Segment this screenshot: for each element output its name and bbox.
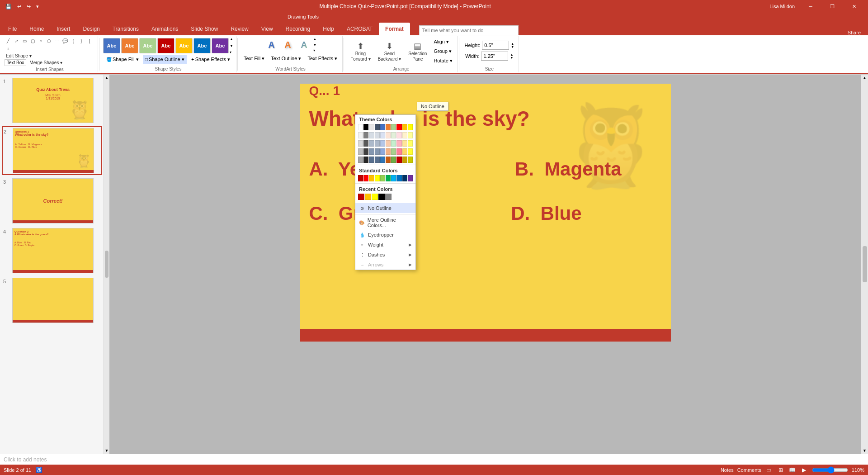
window-controls[interactable]: ─ ❐ ✕: [800, 0, 864, 13]
tc-r4-3[interactable]: [369, 148, 374, 155]
color-swatch-dblue-gray[interactable]: [375, 124, 380, 130]
tc-r2-1[interactable]: [358, 132, 363, 138]
save-qa-btn[interactable]: 💾: [4, 3, 14, 10]
width-up-btn[interactable]: ▲: [510, 53, 513, 56]
answer-D[interactable]: D. Blue: [511, 203, 581, 224]
align-btn[interactable]: Align ▾: [431, 38, 454, 46]
arrow-shape-icon[interactable]: ↗: [13, 37, 20, 44]
tc-r4-7[interactable]: [391, 148, 396, 155]
slide-preview-3[interactable]: Correct!: [12, 178, 94, 223]
restore-btn[interactable]: ❐: [822, 0, 843, 13]
undo-qa-btn[interactable]: ↩: [15, 3, 23, 10]
brace-r-icon[interactable]: }: [78, 37, 85, 44]
tc-r3-2[interactable]: [363, 140, 368, 147]
shape-fill-btn[interactable]: 🪣 Shape Fill ▾: [104, 55, 141, 64]
reading-view-icon[interactable]: 📖: [788, 466, 797, 474]
eyedropper-item[interactable]: 💧 Eyedropper: [355, 230, 415, 240]
slide-preview-5[interactable]: [12, 278, 94, 323]
color-swatch-white[interactable]: [358, 124, 363, 130]
slide-preview-4[interactable]: Question 2 A What color is the grass? A.…: [12, 228, 94, 273]
tab-format[interactable]: Format: [379, 23, 410, 35]
tc-r4-8[interactable]: [396, 148, 401, 155]
slide-thumb-5[interactable]: 5: [2, 276, 102, 324]
rect-shape-icon[interactable]: ▭: [21, 37, 28, 44]
wordart-style-A1[interactable]: A: [264, 37, 279, 52]
tc-r4-2[interactable]: [363, 148, 368, 155]
slide-thumb-4[interactable]: 4 Question 2 A What color is the grass? …: [2, 227, 102, 275]
tab-file[interactable]: File: [2, 23, 23, 35]
slide-thumb-2[interactable]: 2 Question 1 What color is the sky? A. Y…: [2, 126, 102, 175]
tab-acrobat[interactable]: ACROBAT: [340, 23, 379, 35]
tab-view[interactable]: View: [255, 23, 279, 35]
color-swatch-red[interactable]: [396, 124, 401, 130]
canvas-scrollbar-right[interactable]: ▲ ▼: [861, 75, 868, 454]
tc-r3-7[interactable]: [391, 140, 396, 147]
more-outline-colors-item[interactable]: 🎨 More Outline Colors...: [355, 215, 415, 230]
line-shape-icon[interactable]: ╱: [5, 37, 12, 44]
send-backward-btn[interactable]: ⬇ SendBackward ▾: [375, 40, 404, 63]
tc-r5-4[interactable]: [375, 157, 380, 163]
more-shapes-icon[interactable]: ⋯: [53, 37, 61, 44]
tc-r3-9[interactable]: [402, 140, 407, 147]
tc-r5-7[interactable]: [391, 157, 396, 163]
tc-r2-2[interactable]: [363, 132, 368, 138]
tc-r4-1[interactable]: [358, 148, 363, 155]
sc-7[interactable]: [391, 175, 396, 181]
slide-thumb-3[interactable]: 3 Correct!: [2, 177, 102, 225]
scroll-down-arrow[interactable]: ▼: [105, 448, 109, 453]
tc-r3-10[interactable]: [408, 140, 413, 147]
tc-r2-4[interactable]: [375, 132, 380, 138]
shape-style-6[interactable]: Abc: [193, 38, 211, 53]
rc-1[interactable]: [358, 194, 364, 200]
quick-access-toolbar[interactable]: 💾 ↩ ↪ ▾: [4, 3, 41, 10]
slideshow-icon[interactable]: ▶: [800, 466, 808, 474]
accessibility-icon[interactable]: ♿: [35, 466, 43, 474]
selection-pane-btn[interactable]: ▤ SelectionPane: [406, 40, 429, 63]
dashes-item[interactable]: ⁚ Dashes ▶: [355, 250, 415, 260]
tc-r2-5[interactable]: [380, 132, 385, 138]
tab-insert[interactable]: Insert: [50, 23, 76, 35]
tc-r2-3[interactable]: [369, 132, 374, 138]
slide-preview-2[interactable]: Question 1 What color is the sky? A. Yel…: [13, 128, 94, 173]
tc-r3-5[interactable]: [380, 140, 385, 147]
tc-r5-6[interactable]: [386, 157, 391, 163]
tc-r2-9[interactable]: [402, 132, 407, 138]
shape-style-1[interactable]: Abc: [103, 38, 120, 53]
tc-r4-6[interactable]: [386, 148, 391, 155]
color-swatch-black[interactable]: [363, 124, 368, 130]
height-input[interactable]: [482, 41, 509, 50]
color-swatch-yellow[interactable]: [408, 124, 413, 130]
tc-r3-3[interactable]: [369, 140, 374, 147]
height-up-btn[interactable]: ▲: [511, 42, 514, 45]
plus-shape-icon[interactable]: +: [5, 45, 12, 52]
notes-bar[interactable]: Click to add notes: [0, 454, 868, 465]
shape-style-2[interactable]: Abc: [121, 38, 138, 53]
wordart-style-A3[interactable]: A: [297, 37, 311, 52]
slide-panel-scrollbar[interactable]: ▲ ▼: [104, 75, 109, 454]
customize-qa-btn[interactable]: ▾: [34, 3, 41, 10]
rc-2[interactable]: [365, 194, 371, 200]
tc-r5-10[interactable]: [408, 157, 413, 163]
right-scroll-thumb[interactable]: [863, 246, 867, 282]
tab-home[interactable]: Home: [23, 23, 50, 35]
rc-3[interactable]: [372, 194, 378, 200]
rc-5[interactable]: [385, 194, 392, 200]
text-fill-btn[interactable]: Text Fill ▾: [241, 54, 267, 63]
color-swatch-blue[interactable]: [380, 124, 385, 130]
shape-style-7[interactable]: Abc: [212, 38, 229, 53]
sc-8[interactable]: [396, 175, 401, 181]
tc-r4-4[interactable]: [375, 148, 380, 155]
circle-shape-icon[interactable]: ○: [37, 37, 44, 44]
tc-r3-1[interactable]: [358, 140, 363, 147]
color-swatch-lgray[interactable]: [369, 124, 374, 130]
right-scroll-up[interactable]: ▲: [863, 76, 867, 80]
scroll-thumb[interactable]: [105, 251, 108, 278]
comments-btn[interactable]: Comments: [737, 467, 761, 473]
answer-B[interactable]: B. Magenta: [515, 158, 622, 180]
tell-me-input[interactable]: [419, 25, 519, 35]
tc-r5-2[interactable]: [363, 157, 368, 163]
brace-l-icon[interactable]: {: [70, 37, 77, 44]
rotate-btn[interactable]: Rotate ▾: [431, 57, 454, 65]
zoom-slider[interactable]: [812, 466, 848, 474]
shape-style-3[interactable]: Abc: [139, 38, 156, 53]
